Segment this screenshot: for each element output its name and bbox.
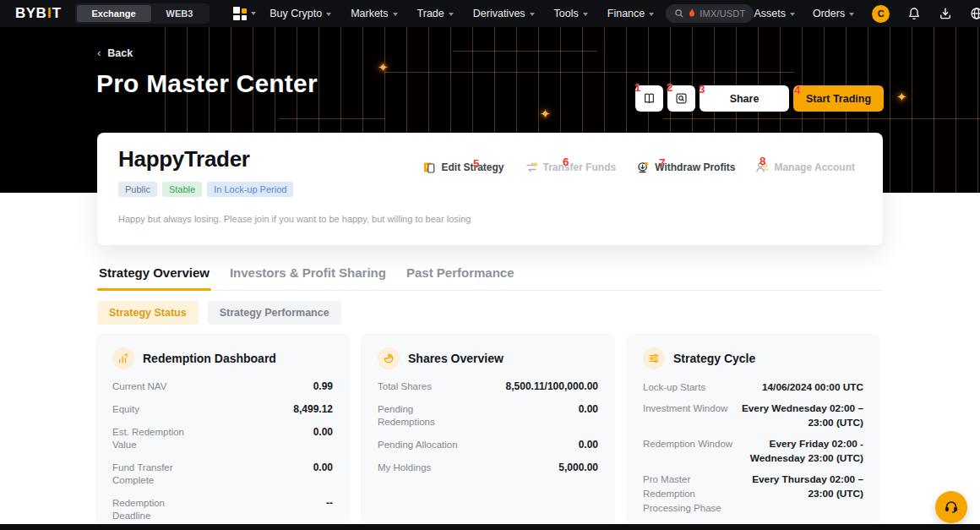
stat-value: 8,500.11/100,000.00 xyxy=(506,380,598,393)
stat-label: Lock-up Starts xyxy=(643,380,712,395)
stat-value: Every Friday 02:00 - Wednesday 23:00 (UT… xyxy=(739,437,863,466)
tab[interactable]: Strategy Overview xyxy=(97,262,211,290)
strategy-guide-button[interactable] xyxy=(635,85,663,112)
download-app-icon[interactable] xyxy=(939,7,952,20)
stat-row: Total Shares 8,500.11/100,000.00 xyxy=(378,380,598,393)
stat-label: Redemption Deadline xyxy=(112,497,212,522)
status-badge: Public xyxy=(118,182,157,197)
notifications-bell-icon[interactable] xyxy=(907,7,921,20)
tab[interactable]: Investors & Profit Sharing xyxy=(228,262,388,290)
sub-tabs: Strategy StatusStrategy Performance xyxy=(97,301,341,325)
chevron-down-icon xyxy=(583,13,588,16)
strategy-badges: PublicStableIn Lock-up Period xyxy=(118,182,293,197)
preview-button[interactable] xyxy=(667,85,695,112)
search-pair-text: IMX/USDT xyxy=(700,8,745,19)
chevron-down-icon xyxy=(849,13,854,16)
stat-row: Investment Window Every Wednesday 02:00 … xyxy=(643,402,863,430)
chevron-down-icon xyxy=(251,12,256,15)
nav-menu-item[interactable]: Markets xyxy=(351,8,397,19)
stat-value: Every Wednesday 02:00 – 23:00 (UTC) xyxy=(734,402,863,430)
stat-label: Investment Window xyxy=(643,402,734,416)
strategy-description: Happy but always losing. Please join if … xyxy=(118,214,471,224)
headset-icon xyxy=(944,500,959,515)
pie-chart-icon xyxy=(378,347,400,369)
stat-row: Lock-up Starts 14/06/2024 00:00 UTC xyxy=(643,380,863,395)
nav-account-item[interactable]: Orders xyxy=(813,8,854,19)
stat-row: Pending Allocation 0.00 xyxy=(378,439,598,451)
strategy-action-button[interactable]: Manage Account xyxy=(755,161,855,174)
stat-row: Fund Transfer Complete 0.00 xyxy=(112,462,333,487)
nav-account-item[interactable]: Assets xyxy=(754,8,795,19)
hero-actions: Share Start Trading xyxy=(635,85,884,112)
status-badge: In Lock-up Period xyxy=(207,182,293,197)
bybit-logo[interactable]: BYBIT xyxy=(15,5,62,22)
subtab[interactable]: Strategy Performance xyxy=(208,301,341,325)
stat-value: -- xyxy=(326,497,333,510)
stat-value: 0.00 xyxy=(313,426,333,439)
strategy-action-label: Manage Account xyxy=(774,161,855,173)
sliders-icon xyxy=(643,347,665,369)
bar-chart-icon xyxy=(112,347,134,369)
stat-label: Fund Transfer Complete xyxy=(112,462,212,487)
strategy-action-label: Withdraw Profits xyxy=(655,161,735,173)
edit-strategy-icon xyxy=(422,161,436,174)
stat-value: 0.99 xyxy=(313,380,333,393)
chevron-down-icon xyxy=(530,13,535,16)
chevron-down-icon xyxy=(449,13,454,16)
preview-icon xyxy=(675,92,688,105)
flame-icon xyxy=(688,8,696,19)
stat-value: 0.00 xyxy=(579,403,598,416)
nav-menu-item[interactable]: Finance xyxy=(607,8,654,19)
stat-label: Pending Redemptions xyxy=(378,403,477,429)
main-nav: Buy CryptoMarketsTradeDerivativesToolsFi… xyxy=(270,8,654,19)
stat-label: My Holdings xyxy=(378,462,438,474)
stat-label: Current NAV xyxy=(112,380,173,393)
panel-title: Shares Overview xyxy=(408,352,504,365)
status-panels: Redemption Dashboard Current NAV 0.99 Eq… xyxy=(95,334,880,524)
main-tabs: Strategy OverviewInvestors & Profit Shar… xyxy=(97,262,883,291)
search-icon xyxy=(674,8,684,19)
stat-row: Redemption Deadline -- xyxy=(112,497,333,522)
chevron-down-icon xyxy=(326,13,331,16)
language-globe-icon[interactable] xyxy=(970,7,980,20)
panel-title: Redemption Dashboard xyxy=(143,352,276,365)
nav-menu-item[interactable]: Trade xyxy=(417,8,454,19)
strategy-card: HappyTrader PublicStableIn Lock-up Perio… xyxy=(97,133,883,245)
strategy-actions: Edit Strategy Transfer Funds Withdraw Pr… xyxy=(422,161,855,174)
strategy-name: HappyTrader xyxy=(118,146,250,172)
mode-tab[interactable]: WEB3 xyxy=(151,5,209,22)
strategy-action-button[interactable]: Withdraw Profits xyxy=(636,161,735,174)
stat-value: Every Thursday 02:00 – 23:00 (UTC) xyxy=(743,473,863,501)
nav-menu-item[interactable]: Buy Crypto xyxy=(270,8,331,19)
stat-row: Equity 8,499.12 xyxy=(112,403,333,416)
avatar[interactable]: C xyxy=(872,5,890,23)
share-button[interactable]: Share xyxy=(700,85,789,112)
top-navbar: BYBIT ExchangeWEB3 Buy CryptoMarketsTrad… xyxy=(0,0,980,27)
stat-value: 5,000.00 xyxy=(558,462,598,474)
subtab[interactable]: Strategy Status xyxy=(97,301,199,325)
stat-value: 8,499.12 xyxy=(293,403,333,416)
stat-label: Est. Redemption Value xyxy=(112,426,212,451)
stat-row: Redemption Window Every Friday 02:00 - W… xyxy=(643,437,863,466)
stat-label: Equity xyxy=(112,403,146,416)
page-title: Pro Master Center xyxy=(96,69,318,98)
nav-menu-item[interactable]: Tools xyxy=(554,8,588,19)
apps-grid-icon[interactable] xyxy=(233,7,247,20)
stat-value: 0.00 xyxy=(313,462,333,474)
stat-row: Pending Redemptions 0.00 xyxy=(378,403,598,429)
back-button[interactable]: ‹ Back xyxy=(97,46,133,59)
transfer-funds-icon xyxy=(525,161,538,174)
search-input[interactable]: IMX/USDT xyxy=(666,4,754,23)
strategy-action-button[interactable]: Transfer Funds xyxy=(525,161,617,174)
nav-right: AssetsOrders C xyxy=(754,5,980,23)
start-trading-button[interactable]: Start Trading xyxy=(793,85,884,112)
shares-overview-panel: Shares Overview Total Shares 8,500.11/10… xyxy=(361,334,615,524)
status-badge: Stable xyxy=(162,182,202,197)
stat-row: Pro Master Redemption Processing Phase E… xyxy=(643,473,863,516)
stat-label: Redemption Window xyxy=(643,437,739,451)
tab[interactable]: Past Performance xyxy=(405,262,516,290)
customer-support-button[interactable] xyxy=(935,491,967,523)
nav-menu-item[interactable]: Derivatives xyxy=(473,8,535,19)
mode-tab[interactable]: Exchange xyxy=(77,5,151,22)
strategy-action-button[interactable]: Edit Strategy xyxy=(422,161,504,174)
